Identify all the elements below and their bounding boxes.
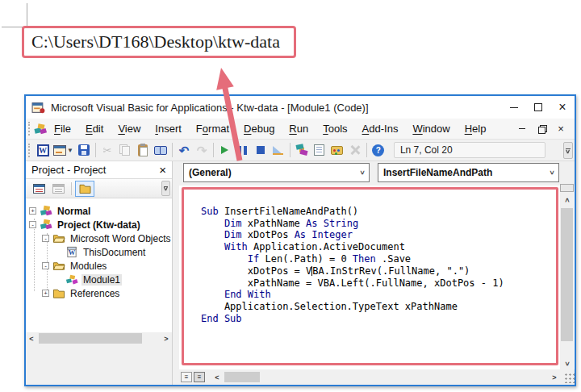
toolbar-grip[interactable]: [28, 144, 31, 157]
project-panel-header[interactable]: Project - Project ×: [26, 161, 172, 179]
menu-run[interactable]: Run: [282, 119, 316, 138]
menu-edit[interactable]: Edit: [78, 119, 111, 138]
collapse-icon[interactable]: -: [42, 262, 49, 269]
scroll-left-icon[interactable]: <: [26, 332, 37, 344]
expand-icon[interactable]: +: [42, 290, 49, 297]
split-box[interactable]: [560, 184, 574, 192]
code-line[interactable]: xDotPos = VBA.InStrRev(.FullName, "."): [201, 265, 556, 277]
menu-format[interactable]: Format: [189, 119, 236, 138]
code-line[interactable]: Dim xPathName As String: [201, 218, 556, 230]
paste-button[interactable]: [134, 141, 152, 159]
menu-add-ins[interactable]: Add-Ins: [355, 119, 406, 138]
object-browser-button[interactable]: [328, 141, 346, 159]
copy-button[interactable]: [116, 141, 134, 159]
code-line[interactable]: Sub InsertFileNameAndPath(): [201, 206, 556, 218]
tree-item-normal[interactable]: +Normal: [26, 204, 172, 218]
code-line[interactable]: End With: [201, 289, 556, 301]
code-header-row: (General) > InsertFileNameAndPath >: [179, 161, 575, 186]
project-horizontal-scrollbar[interactable]: < >: [26, 332, 172, 344]
menu-window[interactable]: Window: [405, 119, 457, 138]
document-path-text: C:\Users\DT168\Desktop\ktw-data: [31, 31, 280, 52]
insert-userform-button[interactable]: ▼: [52, 141, 75, 159]
tree-item-modules[interactable]: -Modules: [26, 259, 172, 273]
scroll-left-icon[interactable]: <: [211, 371, 223, 383]
project-explorer-icon: [299, 148, 304, 152]
panel-splitter[interactable]: [173, 161, 179, 385]
full-module-view-button[interactable]: ≡: [194, 372, 205, 382]
menu-debug[interactable]: Debug: [236, 119, 282, 138]
tree-item-references[interactable]: +References: [26, 286, 172, 300]
resize-grip[interactable]: [563, 372, 575, 383]
expand-icon[interactable]: +: [29, 207, 36, 215]
title-bar[interactable]: Microsoft Visual Basic for Applications …: [26, 96, 575, 119]
view-code-button[interactable]: [29, 181, 48, 197]
menu-grip[interactable]: [28, 122, 31, 136]
code-line[interactable]: With Application.ActiveDocument: [201, 241, 556, 253]
code-horizontal-scrollbar[interactable]: < >: [211, 371, 560, 383]
collapse-icon[interactable]: -: [29, 221, 36, 228]
code-vertical-scrollbar[interactable]: > >: [560, 186, 574, 369]
reset-button[interactable]: [252, 141, 270, 159]
minimize-button[interactable]: [502, 98, 526, 117]
code-text: [201, 218, 224, 229]
scroll-up-icon[interactable]: >: [560, 194, 574, 206]
code-keyword: Sub: [201, 206, 219, 217]
tree-item-project-ktw-data[interactable]: -Project (Ktw-data): [26, 218, 172, 231]
project-panel-close-button[interactable]: ×: [157, 164, 169, 176]
find-button[interactable]: [152, 141, 169, 159]
code-line[interactable]: If Len(.Path) = 0 Then .Save: [201, 253, 556, 265]
menu-view[interactable]: View: [111, 119, 148, 138]
insert-userform-dropdown-caret-icon[interactable]: ▼: [67, 147, 73, 154]
scroll-right-icon[interactable]: >: [161, 332, 172, 344]
scroll-down-icon[interactable]: >: [560, 357, 574, 369]
properties-window-button[interactable]: [311, 141, 328, 159]
code-line[interactable]: End Sub: [201, 313, 556, 325]
save-button[interactable]: [75, 141, 93, 159]
run-sub-button[interactable]: [216, 141, 234, 159]
child-restore-button[interactable]: [534, 123, 549, 136]
scroll-right-icon[interactable]: >: [549, 371, 560, 383]
child-close-icon: ×: [558, 123, 564, 134]
project-explorer-button[interactable]: [293, 141, 311, 159]
menu-file[interactable]: File: [47, 119, 78, 138]
scroll-thumb[interactable]: [224, 372, 260, 382]
design-mode-button[interactable]: [270, 141, 287, 159]
cut-button[interactable]: ✂: [98, 141, 116, 159]
undo-button[interactable]: ↶: [175, 141, 193, 159]
object-dropdown[interactable]: (General) >: [183, 163, 370, 182]
child-minimize-button[interactable]: [515, 123, 529, 136]
project-icon: [40, 205, 52, 217]
tree-item-microsoft-word-objects[interactable]: -Microsoft Word Objects: [26, 231, 172, 245]
toolbox-icon: [349, 144, 361, 156]
tree-item-thisdocument[interactable]: WThisDocument: [26, 245, 172, 259]
help-button[interactable]: ?: [370, 141, 387, 159]
code-line[interactable]: xPathName = VBA.Left(.FullName, xDotPos …: [201, 277, 556, 290]
toggle-folders-button[interactable]: [75, 181, 94, 197]
tree-item-module1[interactable]: Module1: [26, 273, 172, 286]
menu-insert[interactable]: Insert: [148, 119, 189, 138]
code-editor[interactable]: Sub InsertFileNameAndPath() Dim xPathNam…: [179, 186, 575, 369]
view-object-button[interactable]: [48, 181, 68, 197]
code-keyword: As: [295, 229, 306, 240]
view-microsoft-word-button[interactable]: W: [34, 141, 52, 159]
scroll-thumb[interactable]: [39, 333, 142, 344]
close-button[interactable]: ×: [550, 98, 575, 117]
panel-toolbar-overflow-button[interactable]: ∨: [161, 181, 170, 196]
code-highlight-box[interactable]: Sub InsertFileNameAndPath() Dim xPathNam…: [182, 187, 558, 365]
code-line[interactable]: Application.Selection.TypeText xPathName: [201, 301, 556, 313]
redo-button[interactable]: ↷: [193, 141, 211, 159]
toolbar-overflow-button[interactable]: ∨: [563, 142, 573, 159]
procedure-dropdown[interactable]: InsertFileNameAndPath >: [378, 163, 559, 182]
menu-help[interactable]: Help: [458, 119, 494, 138]
procedure-view-button[interactable]: ≡: [181, 372, 192, 382]
break-button[interactable]: [234, 141, 252, 159]
child-close-button[interactable]: ×: [554, 123, 568, 136]
toolbox-button[interactable]: [346, 141, 364, 159]
collapse-icon[interactable]: -: [42, 235, 49, 242]
menu-tools[interactable]: Tools: [316, 119, 354, 138]
code-line[interactable]: [201, 194, 556, 206]
code-line[interactable]: Dim xDotPos As Integer: [201, 229, 556, 241]
project-panel-toolbar: ∨: [26, 179, 172, 198]
scroll-thumb[interactable]: [561, 208, 573, 341]
maximize-button[interactable]: [526, 98, 550, 117]
